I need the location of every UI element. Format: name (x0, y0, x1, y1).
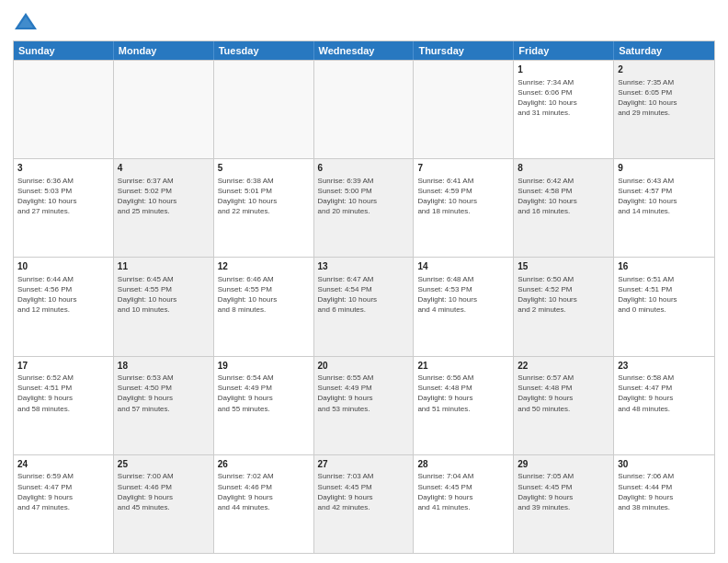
calendar-cell: 26Sunrise: 7:02 AM Sunset: 4:46 PM Dayli… (214, 455, 314, 553)
header-day-monday: Monday (114, 41, 214, 60)
day-info: Sunrise: 6:51 AM Sunset: 4:51 PM Dayligh… (618, 274, 711, 316)
day-number: 6 (318, 162, 410, 175)
calendar: SundayMondayTuesdayWednesdayThursdayFrid… (13, 40, 715, 554)
day-number: 9 (618, 162, 711, 175)
day-number: 17 (17, 360, 109, 373)
day-info: Sunrise: 7:03 AM Sunset: 4:45 PM Dayligh… (318, 471, 410, 512)
calendar-cell: 12Sunrise: 6:46 AM Sunset: 4:55 PM Dayli… (214, 258, 314, 355)
day-number: 10 (17, 260, 109, 273)
calendar-cell: 27Sunrise: 7:03 AM Sunset: 4:45 PM Dayli… (314, 455, 415, 553)
day-number: 30 (618, 458, 711, 471)
day-info: Sunrise: 6:50 AM Sunset: 4:52 PM Dayligh… (518, 274, 609, 316)
day-number: 20 (318, 360, 410, 373)
calendar-cell: 22Sunrise: 6:57 AM Sunset: 4:48 PM Dayli… (514, 357, 614, 454)
calendar-cell (414, 61, 514, 158)
header-day-friday: Friday (514, 41, 614, 60)
day-info: Sunrise: 7:05 AM Sunset: 4:45 PM Dayligh… (518, 471, 609, 512)
calendar-row-2: 10Sunrise: 6:44 AM Sunset: 4:56 PM Dayli… (14, 257, 714, 355)
day-number: 21 (417, 360, 509, 373)
day-number: 12 (218, 260, 310, 273)
calendar-cell: 30Sunrise: 7:06 AM Sunset: 4:44 PM Dayli… (614, 455, 714, 553)
day-info: Sunrise: 6:48 AM Sunset: 4:53 PM Dayligh… (417, 274, 509, 316)
header-day-sunday: Sunday (14, 41, 114, 60)
calendar-cell (214, 61, 314, 158)
calendar-cell: 29Sunrise: 7:05 AM Sunset: 4:45 PM Dayli… (514, 455, 614, 553)
calendar-cell: 15Sunrise: 6:50 AM Sunset: 4:52 PM Dayli… (514, 258, 614, 355)
calendar-cell: 9Sunrise: 6:43 AM Sunset: 4:57 PM Daylig… (614, 159, 714, 257)
day-info: Sunrise: 7:04 AM Sunset: 4:45 PM Dayligh… (417, 471, 509, 512)
calendar-body: 1Sunrise: 7:34 AM Sunset: 6:06 PM Daylig… (14, 60, 714, 553)
day-info: Sunrise: 7:34 AM Sunset: 6:06 PM Dayligh… (518, 77, 609, 119)
day-info: Sunrise: 6:54 AM Sunset: 4:49 PM Dayligh… (218, 373, 310, 414)
day-info: Sunrise: 7:02 AM Sunset: 4:46 PM Dayligh… (218, 471, 310, 512)
day-number: 1 (518, 63, 609, 76)
calendar-row-0: 1Sunrise: 7:34 AM Sunset: 6:06 PM Daylig… (14, 60, 714, 158)
day-info: Sunrise: 6:38 AM Sunset: 5:01 PM Dayligh… (218, 176, 310, 217)
calendar-cell: 5Sunrise: 6:38 AM Sunset: 5:01 PM Daylig… (214, 159, 314, 257)
calendar-cell: 25Sunrise: 7:00 AM Sunset: 4:46 PM Dayli… (114, 455, 214, 553)
header-day-saturday: Saturday (614, 41, 714, 60)
day-info: Sunrise: 6:45 AM Sunset: 4:55 PM Dayligh… (118, 274, 210, 316)
calendar-cell: 19Sunrise: 6:54 AM Sunset: 4:49 PM Dayli… (214, 357, 314, 454)
logo (13, 9, 42, 35)
day-number: 22 (518, 360, 609, 373)
day-number: 18 (118, 360, 210, 373)
calendar-cell: 20Sunrise: 6:55 AM Sunset: 4:49 PM Dayli… (314, 357, 415, 454)
day-info: Sunrise: 6:58 AM Sunset: 4:47 PM Dayligh… (618, 373, 711, 414)
calendar-row-1: 3Sunrise: 6:36 AM Sunset: 5:03 PM Daylig… (14, 158, 714, 257)
calendar-cell (114, 61, 214, 158)
day-number: 14 (417, 260, 509, 273)
header-day-thursday: Thursday (414, 41, 514, 60)
day-info: Sunrise: 6:43 AM Sunset: 4:57 PM Dayligh… (618, 176, 711, 217)
calendar-row-3: 17Sunrise: 6:52 AM Sunset: 4:51 PM Dayli… (14, 356, 714, 454)
header-day-tuesday: Tuesday (214, 41, 314, 60)
day-info: Sunrise: 6:36 AM Sunset: 5:03 PM Dayligh… (17, 176, 109, 217)
calendar-header: SundayMondayTuesdayWednesdayThursdayFrid… (14, 41, 714, 60)
day-info: Sunrise: 7:00 AM Sunset: 4:46 PM Dayligh… (118, 471, 210, 512)
day-number: 29 (518, 458, 609, 471)
calendar-cell (14, 61, 114, 158)
calendar-cell: 10Sunrise: 6:44 AM Sunset: 4:56 PM Dayli… (14, 258, 114, 355)
calendar-cell: 1Sunrise: 7:34 AM Sunset: 6:06 PM Daylig… (514, 61, 614, 158)
logo-icon (13, 9, 39, 35)
day-number: 23 (618, 360, 711, 373)
day-number: 16 (618, 260, 711, 273)
day-number: 4 (118, 162, 210, 175)
day-info: Sunrise: 6:37 AM Sunset: 5:02 PM Dayligh… (118, 176, 210, 217)
calendar-cell (314, 61, 415, 158)
calendar-cell: 18Sunrise: 6:53 AM Sunset: 4:50 PM Dayli… (114, 357, 214, 454)
day-number: 8 (518, 162, 609, 175)
day-info: Sunrise: 6:52 AM Sunset: 4:51 PM Dayligh… (17, 373, 109, 414)
day-info: Sunrise: 6:46 AM Sunset: 4:55 PM Dayligh… (218, 274, 310, 316)
day-info: Sunrise: 6:53 AM Sunset: 4:50 PM Dayligh… (118, 373, 210, 414)
calendar-cell: 24Sunrise: 6:59 AM Sunset: 4:47 PM Dayli… (14, 455, 114, 553)
calendar-row-4: 24Sunrise: 6:59 AM Sunset: 4:47 PM Dayli… (14, 454, 714, 553)
calendar-cell: 23Sunrise: 6:58 AM Sunset: 4:47 PM Dayli… (614, 357, 714, 454)
day-info: Sunrise: 7:06 AM Sunset: 4:44 PM Dayligh… (618, 471, 711, 512)
day-info: Sunrise: 7:35 AM Sunset: 6:05 PM Dayligh… (618, 77, 711, 119)
day-number: 15 (518, 260, 609, 273)
calendar-cell: 13Sunrise: 6:47 AM Sunset: 4:54 PM Dayli… (314, 258, 415, 355)
day-number: 11 (118, 260, 210, 273)
day-number: 26 (218, 458, 310, 471)
day-info: Sunrise: 6:57 AM Sunset: 4:48 PM Dayligh… (518, 373, 609, 414)
calendar-cell: 21Sunrise: 6:56 AM Sunset: 4:48 PM Dayli… (414, 357, 514, 454)
day-info: Sunrise: 6:42 AM Sunset: 4:58 PM Dayligh… (518, 176, 609, 217)
calendar-cell: 3Sunrise: 6:36 AM Sunset: 5:03 PM Daylig… (14, 159, 114, 257)
calendar-cell: 17Sunrise: 6:52 AM Sunset: 4:51 PM Dayli… (14, 357, 114, 454)
day-number: 2 (618, 63, 711, 76)
calendar-cell: 14Sunrise: 6:48 AM Sunset: 4:53 PM Dayli… (414, 258, 514, 355)
calendar-cell: 11Sunrise: 6:45 AM Sunset: 4:55 PM Dayli… (114, 258, 214, 355)
page: SundayMondayTuesdayWednesdayThursdayFrid… (0, 0, 728, 563)
calendar-cell: 6Sunrise: 6:39 AM Sunset: 5:00 PM Daylig… (314, 159, 415, 257)
day-info: Sunrise: 6:47 AM Sunset: 4:54 PM Dayligh… (318, 274, 410, 316)
day-info: Sunrise: 6:56 AM Sunset: 4:48 PM Dayligh… (417, 373, 509, 414)
day-number: 25 (118, 458, 210, 471)
day-number: 28 (417, 458, 509, 471)
header-day-wednesday: Wednesday (314, 41, 415, 60)
day-info: Sunrise: 6:59 AM Sunset: 4:47 PM Dayligh… (17, 471, 109, 512)
day-number: 19 (218, 360, 310, 373)
calendar-cell: 4Sunrise: 6:37 AM Sunset: 5:02 PM Daylig… (114, 159, 214, 257)
day-number: 13 (318, 260, 410, 273)
day-number: 24 (17, 458, 109, 471)
